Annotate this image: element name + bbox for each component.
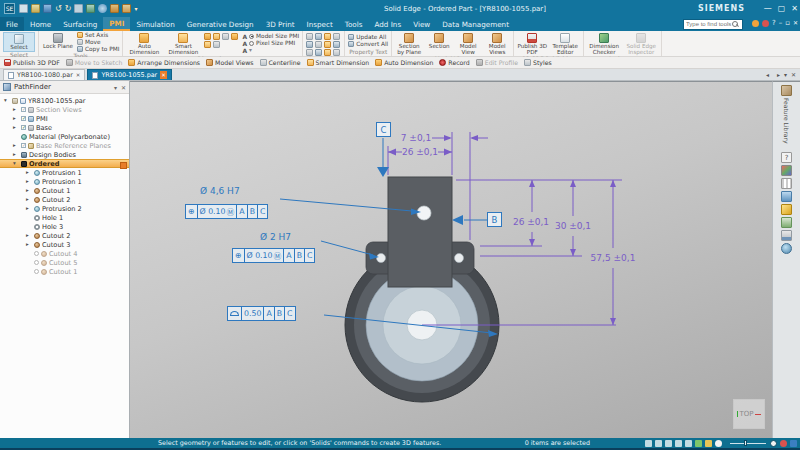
scroll-tabs-right-icon[interactable]	[773, 70, 780, 79]
customize-quick-access-icon[interactable]: ▾	[134, 4, 137, 13]
open-icon[interactable]	[31, 4, 40, 13]
edge-condition-icon[interactable]	[306, 41, 313, 48]
select-button[interactable]: Select	[3, 32, 35, 52]
tree-cutout-5[interactable]: Cutout 5	[0, 258, 129, 267]
view-styles-icon[interactable]	[705, 440, 712, 447]
tab-list-icon[interactable]	[784, 71, 787, 78]
help-panel-icon[interactable]	[781, 152, 792, 163]
feature-library-icon[interactable]	[781, 85, 792, 96]
tree-cutout-2[interactable]: Cutout 2	[0, 195, 129, 204]
model-size-pmi-radio[interactable]: AModel Size PMI	[242, 33, 299, 39]
solid-edge-inspector-button[interactable]: Solid Edge Inspector	[624, 32, 658, 56]
tab-3d-print[interactable]: 3D Print	[260, 17, 301, 31]
checkbox-unchecked[interactable]	[34, 260, 39, 265]
community-icon[interactable]	[752, 20, 759, 27]
expander-icon[interactable]	[4, 96, 10, 105]
callout-hole-2[interactable]: Ø 2 H7	[260, 232, 291, 242]
text-scale-dropdown[interactable]: A▾	[242, 47, 299, 53]
tree-cutout-4[interactable]: Cutout 4	[0, 249, 129, 258]
tree-root[interactable]: YR8100-1055.par	[0, 96, 129, 105]
window-fit-icon[interactable]	[645, 440, 652, 447]
expander-icon[interactable]	[26, 204, 32, 213]
fit-view-button[interactable]	[790, 440, 797, 447]
tab-inspect[interactable]: Inspect	[301, 17, 339, 31]
toolbar-arrange-dimensions[interactable]: Arrange Dimensions	[128, 59, 200, 66]
keyshot-icon[interactable]	[781, 204, 792, 215]
pan-icon[interactable]	[685, 440, 692, 447]
angle-between-icon[interactable]	[213, 33, 220, 40]
update-all-button[interactable]: Update All	[348, 34, 388, 40]
web-panel-icon[interactable]	[781, 243, 792, 254]
weld-symbol-icon[interactable]	[333, 33, 340, 40]
search-icon[interactable]	[732, 21, 738, 27]
sheet-icon[interactable]	[74, 4, 83, 13]
toolbar-model-views[interactable]: Model Views	[206, 59, 253, 66]
callout-icon[interactable]	[306, 49, 313, 56]
auto-dimension-button[interactable]: Auto Dimension	[126, 32, 162, 56]
tab-pmi[interactable]: PMI	[103, 17, 130, 31]
feature-control-frame-icon[interactable]	[315, 41, 322, 48]
chart-icon[interactable]	[86, 4, 95, 13]
minimize-button[interactable]	[764, 4, 772, 13]
redo-icon[interactable]: ↻	[65, 4, 72, 13]
checkbox[interactable]	[21, 143, 26, 148]
tree-protrusion-2[interactable]: Protrusion 2	[0, 204, 129, 213]
panel-close-icon[interactable]	[793, 19, 798, 27]
fcf-profile[interactable]: 0.50 A B C	[227, 306, 296, 321]
set-axis-button[interactable]: Set Axis	[77, 32, 119, 38]
abort-button[interactable]	[780, 440, 787, 447]
tree-ordered[interactable]: Ordered	[0, 159, 129, 168]
datum-target-icon[interactable]	[333, 41, 340, 48]
datum-c-label[interactable]: C	[376, 122, 391, 137]
panel-minimize-icon[interactable]	[779, 19, 783, 27]
charts-panel-icon[interactable]	[781, 230, 792, 241]
pmi-mode-icon[interactable]	[110, 4, 119, 13]
tab-add-ins[interactable]: Add Ins	[369, 17, 408, 31]
toolbar-styles[interactable]: Styles	[524, 59, 552, 66]
zoom-slider-handle[interactable]	[744, 440, 747, 446]
toolbar-auto-dimension[interactable]: Auto Dimension	[375, 59, 433, 66]
datum-frame-icon[interactable]	[324, 41, 331, 48]
app-icon[interactable]: SE	[4, 3, 15, 14]
expander-icon[interactable]	[26, 177, 32, 186]
tab-generative-design[interactable]: Generative Design	[181, 17, 260, 31]
tree-material[interactable]: Material (Polycarbonate)	[0, 132, 129, 141]
tab-surfacing[interactable]: Surfacing	[57, 17, 103, 31]
toolbar-publish-3d-pdf[interactable]: Publish 3D PDF	[4, 59, 60, 66]
color-manager-icon[interactable]	[781, 165, 792, 176]
section-by-plane-button[interactable]: Section by Plane	[395, 32, 423, 56]
zoom-area-icon[interactable]	[665, 440, 672, 447]
tree-cutout-1b[interactable]: Cutout 1	[0, 267, 129, 276]
annotation-more-icon[interactable]	[333, 49, 340, 56]
expander-icon[interactable]	[26, 231, 32, 240]
doc-tab-yr8100-1055[interactable]: YR8100-1055.par	[87, 69, 171, 80]
zoom-icon[interactable]	[675, 440, 682, 447]
view-orientation-indicator[interactable]: TOP	[733, 399, 765, 429]
pin-panel-icon[interactable]	[114, 84, 117, 91]
expander-icon[interactable]	[13, 123, 19, 132]
symmetric-diameter-icon[interactable]	[231, 33, 238, 40]
feature-library-tab[interactable]: Feature Library	[783, 98, 790, 150]
tree-cutout-1[interactable]: Cutout 1	[0, 186, 129, 195]
left-ear-hole[interactable]	[377, 254, 386, 263]
surface-texture-icon[interactable]	[324, 33, 331, 40]
checkbox-unchecked[interactable]	[34, 269, 39, 274]
expander-icon[interactable]	[13, 159, 19, 168]
bolt-circle-icon[interactable]	[324, 49, 331, 56]
section-button[interactable]: Section	[426, 32, 452, 50]
scroll-tabs-left-icon[interactable]	[766, 71, 769, 78]
new-document-icon[interactable]	[19, 4, 28, 13]
shading-icon[interactable]	[695, 440, 702, 447]
expander-icon[interactable]	[13, 114, 19, 123]
checkbox[interactable]	[21, 107, 26, 112]
toolbar-edit-profile[interactable]: Edit Profile	[476, 59, 518, 66]
find-tools-input[interactable]	[684, 21, 732, 27]
sensors-panel-icon[interactable]	[781, 217, 792, 228]
expander-icon[interactable]	[26, 240, 32, 249]
checkbox[interactable]	[21, 116, 26, 121]
toolbar-centerline[interactable]: Centerline	[260, 59, 301, 66]
help-icon[interactable]	[772, 19, 776, 27]
undo-icon[interactable]: ↺	[55, 4, 62, 13]
coordinate-dimension-icon[interactable]	[222, 33, 229, 40]
balloon-icon[interactable]	[315, 33, 322, 40]
